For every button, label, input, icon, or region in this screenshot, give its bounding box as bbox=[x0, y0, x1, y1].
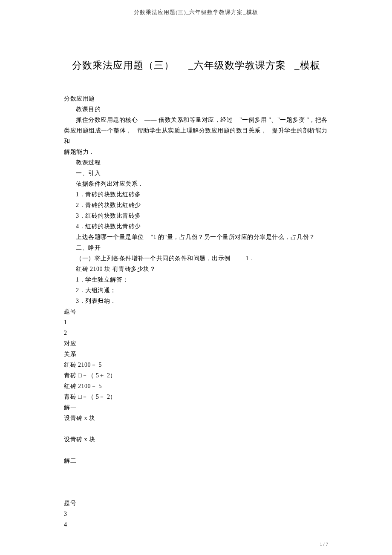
body-line: 依据条件列出对应关系． bbox=[64, 178, 328, 189]
body-line: 上边各题哪一个量是单位 "1 的"量，占几份？另一个量所对应的分率是什么，占几份… bbox=[64, 232, 328, 242]
body-line: 红砖 2100－ 5 bbox=[64, 359, 328, 370]
page-header: 分数乘法应用题(三)_六年级数学教课方案_模板 bbox=[64, 9, 328, 16]
body-line: 2 bbox=[64, 328, 328, 338]
body-line: 二、睁开 bbox=[64, 242, 328, 253]
document-body: 分数应用题 教课目的 抓住分数应用题的核心 —— 倍数关系和等量对应，经过 "一… bbox=[64, 93, 328, 530]
body-line: 教课目的 bbox=[64, 104, 328, 115]
body-line: 2．大组沟通； bbox=[64, 285, 328, 296]
body-line bbox=[64, 487, 328, 498]
document-title: 分数乘法应用题（三） _六年级数学教课方案 _模板 bbox=[64, 59, 328, 72]
body-line: 抓住分数应用题的核心 —— 倍数关系和等量对应，经过 "一例多用 "、"一题多变… bbox=[64, 115, 328, 125]
text-fragment: 1． bbox=[246, 255, 255, 262]
body-line: 3 bbox=[64, 509, 328, 519]
text-fragment: 帮助学生从实质上理解分数应用题的数目关系， bbox=[137, 127, 267, 134]
body-line: 设青砖 x 块 bbox=[64, 413, 328, 423]
document-page: 分数乘法应用题(三)_六年级数学教课方案_模板 分数乘法应用题（三） _六年级数… bbox=[0, 0, 392, 555]
text-fragment: 类应用题组成一个整体， bbox=[64, 127, 132, 134]
body-line: 设青砖 x 块 bbox=[64, 434, 328, 445]
text-fragment: "1 的"量，占几份？另一个量所对应的分率是什么，占几份？ bbox=[151, 234, 315, 240]
body-line: 教课过程 bbox=[64, 157, 328, 168]
body-line: 类应用题组成一个整体， 帮助学生从实质上理解分数应用题的数目关系， 提升学生的剖… bbox=[64, 125, 328, 147]
title-part-1: 分数乘法应用题（三） bbox=[72, 59, 174, 72]
body-line: 解一 bbox=[64, 402, 328, 413]
body-line: 红砖 2100 块 有青砖多少块？ bbox=[64, 264, 328, 274]
body-line: 青砖 □－（ 5＋ 2） bbox=[64, 370, 328, 381]
body-line: 题号 bbox=[64, 306, 328, 317]
body-line: 解题能力． bbox=[64, 147, 328, 157]
text-fragment: 上边各题哪一个量是单位 bbox=[76, 234, 144, 240]
body-line: 对应 bbox=[64, 338, 328, 349]
body-line bbox=[64, 445, 328, 455]
body-line: 3．列表归纳． bbox=[64, 296, 328, 306]
body-line bbox=[64, 477, 328, 487]
body-line: 关系 bbox=[64, 349, 328, 359]
text-fragment: 抓住分数应用题的核心 bbox=[76, 117, 138, 123]
text-fragment: —— 倍数关系和等量对应，经过 bbox=[144, 117, 233, 123]
body-line: 1．学生独立解答； bbox=[64, 274, 328, 285]
text-fragment: （一）将上列各条件增补一个共同的条件和问题，出示例 bbox=[76, 255, 231, 262]
title-part-2: _六年级数学教课方案 bbox=[188, 59, 286, 72]
body-line: 3．红砖的块数比青砖多 bbox=[64, 210, 328, 221]
page-number: 1 / 7 bbox=[320, 541, 328, 546]
body-line: 青砖 □－（ 5－ 2） bbox=[64, 391, 328, 402]
body-line: 一、引入 bbox=[64, 168, 328, 178]
text-fragment: "一例多用 "、"一题多变 "，把各 bbox=[239, 117, 328, 123]
title-part-3: _模板 bbox=[294, 59, 320, 72]
body-line: 1 bbox=[64, 317, 328, 328]
body-line: 4．红砖的块数比青砖少 bbox=[64, 221, 328, 232]
body-line: 解二 bbox=[64, 455, 328, 466]
body-line: 红砖 2100－ 5 bbox=[64, 381, 328, 391]
body-line bbox=[64, 466, 328, 477]
body-line: 1．青砖的块数比红砖多 bbox=[64, 189, 328, 200]
body-line: 2．青砖的块数比红砖少 bbox=[64, 200, 328, 210]
body-line: 4 bbox=[64, 519, 328, 530]
body-line: （一）将上列各条件增补一个共同的条件和问题，出示例 1． bbox=[64, 253, 328, 264]
body-line bbox=[64, 423, 328, 434]
body-line: 题号 bbox=[64, 498, 328, 509]
body-line: 分数应用题 bbox=[64, 93, 328, 104]
